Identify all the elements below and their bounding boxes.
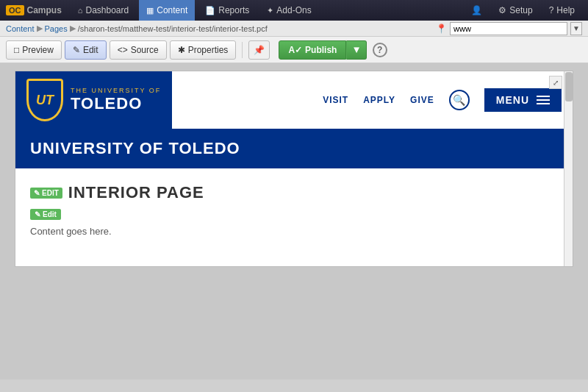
banner-text: UNIVERSITY OF TOLEDO [30, 139, 240, 157]
nav-setup[interactable]: ⚙ Setup [491, 0, 539, 21]
breadcrumb-path: /sharon-test/matthew-test/interior-test/… [78, 24, 268, 33]
logo-block: UT THE UNIVERSITY OF TOLEDO [15, 71, 172, 129]
nav-help-label: Help [556, 5, 575, 15]
page-title: INTERIOR PAGE [68, 183, 204, 202]
logo-text: Campus [27, 5, 62, 15]
preview-label: Preview [22, 45, 54, 55]
pencil-icon: ✎ [73, 45, 80, 55]
title-edit-badge[interactable]: ✎ EDIT [30, 188, 62, 199]
title-edit-pencil-icon: ✎ [34, 189, 40, 197]
nav-content[interactable]: ▦ Content [139, 0, 195, 21]
publish-chevron-icon: ▼ [351, 44, 361, 55]
publish-checkmark-icon: A✓ [288, 45, 302, 55]
scroll-thumb[interactable] [565, 72, 573, 101]
nav-dashboard[interactable]: ⌂ Dashboard [71, 0, 136, 21]
profile-icon: 👤 [471, 5, 482, 15]
content-edit-badge[interactable]: ✎ Edit [30, 209, 61, 220]
publish-group: A✓ Publish ▼ [279, 40, 366, 60]
nav-right-section: 👤 ⚙ Setup ? Help [464, 0, 582, 21]
content-area: ⤢ UT THE UNIVERSITY OF TOLEDO VISIT APPL… [0, 63, 588, 379]
university-header: UT THE UNIVERSITY OF TOLEDO VISIT APPLY … [15, 71, 573, 129]
toolbar: □ Preview ✎ Edit <> Source ✱ Properties … [0, 37, 588, 63]
scrollbar[interactable] [564, 71, 573, 266]
shield-letters: UT [36, 93, 54, 108]
breadcrumb-arrow-1: ▶ [37, 24, 43, 33]
nav-profile[interactable]: 👤 [464, 0, 490, 21]
properties-label: Properties [188, 45, 229, 55]
url-input[interactable] [450, 22, 567, 35]
visit-link[interactable]: VISIT [323, 95, 348, 105]
publish-label: Publish [305, 45, 337, 55]
give-link[interactable]: GIVE [410, 95, 434, 105]
content-edit-label: Edit [43, 210, 57, 218]
logo[interactable]: OC Campus [6, 5, 62, 15]
page-body-text: Content goes here. [30, 226, 558, 237]
expand-icon: ⤢ [553, 79, 559, 87]
nav-dashboard-label: Dashboard [86, 5, 129, 15]
page-frame: ⤢ UT THE UNIVERSITY OF TOLEDO VISIT APPL… [15, 71, 573, 267]
url-dropdown[interactable]: ▼ [570, 22, 582, 35]
pin-icon: 📌 [254, 45, 265, 55]
edit-button[interactable]: ✎ Edit [65, 40, 107, 60]
breadcrumb-content[interactable]: Content [6, 24, 35, 33]
nav-reports-label: Reports [218, 5, 249, 15]
header-right-nav: VISIT APPLY GIVE 🔍 MENU [172, 71, 573, 129]
help-question-icon: ? [377, 45, 382, 55]
source-label: Source [131, 45, 159, 55]
menu-label: MENU [496, 94, 529, 106]
source-button[interactable]: <> Source [110, 40, 167, 60]
breadcrumb-pages[interactable]: Pages [45, 24, 68, 33]
preview-button[interactable]: □ Preview [6, 40, 62, 60]
gear-icon: ⚙ [498, 5, 506, 15]
properties-icon: ✱ [178, 45, 185, 55]
search-button[interactable]: 🔍 [449, 90, 470, 110]
nav-addons-label: Add-Ons [276, 5, 311, 15]
content-icon: ▦ [146, 6, 154, 15]
properties-button[interactable]: ✱ Properties [170, 40, 237, 60]
breadcrumb-bar: Content ▶ Pages ▶ /sharon-test/matthew-t… [0, 21, 588, 37]
hamburger-icon [537, 96, 550, 104]
content-edit-pencil-icon: ✎ [35, 210, 40, 218]
url-bar-section: 📍 ▼ [436, 22, 582, 35]
addons-icon: ✦ [267, 6, 273, 15]
dashboard-icon: ⌂ [78, 6, 83, 15]
edit-label: Edit [83, 45, 98, 55]
university-large-text: TOLEDO [71, 94, 161, 113]
preview-icon: □ [14, 45, 19, 55]
publish-dropdown-button[interactable]: ▼ [346, 40, 366, 60]
apply-link[interactable]: APPLY [363, 95, 395, 105]
page-content: ✎ EDIT INTERIOR PAGE ✎ Edit Content goes… [15, 168, 573, 266]
page-title-row: ✎ EDIT INTERIOR PAGE [30, 183, 558, 202]
breadcrumb-arrow-2: ▶ [70, 24, 76, 33]
help-nav-icon: ? [549, 5, 554, 15]
reports-icon: 📄 [205, 6, 215, 15]
nav-setup-label: Setup [509, 5, 532, 15]
nav-reports[interactable]: 📄 Reports [198, 0, 257, 21]
pin-button[interactable]: 📌 [248, 40, 270, 60]
university-name-block: THE UNIVERSITY OF TOLEDO [71, 87, 161, 113]
publish-button[interactable]: A✓ Publish [279, 40, 346, 60]
menu-button[interactable]: MENU [484, 88, 562, 112]
top-navigation: OC Campus ⌂ Dashboard ▦ Content 📄 Report… [0, 0, 588, 21]
search-icon: 🔍 [453, 94, 465, 106]
expand-button[interactable]: ⤢ [549, 76, 562, 89]
university-small-text: THE UNIVERSITY OF [71, 87, 161, 94]
geo-icon: 📍 [436, 24, 447, 34]
help-button[interactable]: ? [373, 43, 387, 57]
nav-content-label: Content [157, 5, 187, 15]
shield-logo: UT [26, 79, 63, 121]
code-icon: <> [118, 45, 128, 55]
toolbar-separator [242, 42, 243, 58]
title-edit-badge-label: EDIT [42, 189, 59, 197]
nav-addons[interactable]: ✦ Add-Ons [259, 0, 318, 21]
nav-help[interactable]: ? Help [542, 0, 582, 21]
logo-icon: OC [6, 5, 24, 15]
blue-banner: UNIVERSITY OF TOLEDO [15, 129, 573, 168]
